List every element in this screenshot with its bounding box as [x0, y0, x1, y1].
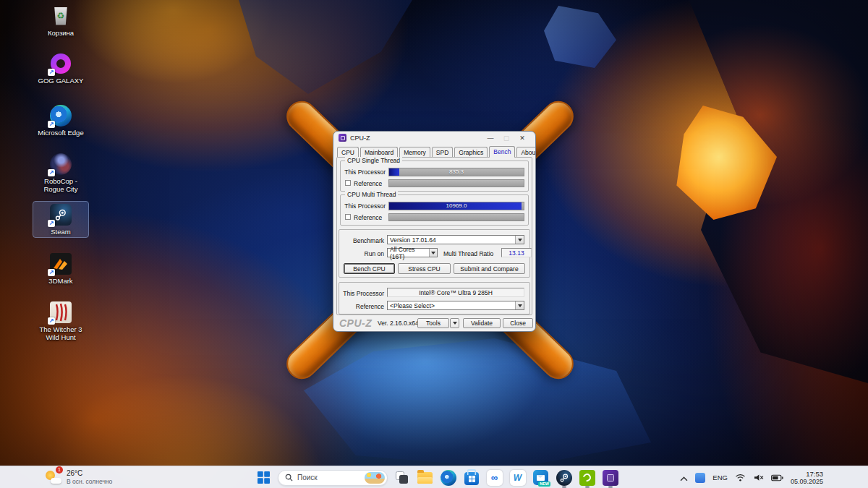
close-button[interactable]: ✕ [514, 134, 530, 142]
taskbar-steam[interactable] [555, 468, 573, 487]
single-reference-bar [388, 179, 524, 187]
tools-dropdown-arrow[interactable] [450, 318, 459, 328]
start-button[interactable] [255, 468, 273, 487]
multi-thread-score: 10969.0 [389, 202, 524, 209]
desktop-icon-gog-galaxy[interactable]: ↗ GOG GALAXY [33, 51, 88, 86]
taskbar-cpu-z[interactable] [601, 468, 619, 487]
volume-muted-icon[interactable] [753, 471, 764, 484]
shortcut-arrow-icon: ↗ [48, 269, 55, 276]
time: 17:53 [791, 470, 823, 478]
edge-icon [441, 470, 456, 486]
tab-mainboard[interactable]: Mainboard [360, 147, 398, 157]
desktop-icon-steam[interactable]: ↗ Steam [33, 202, 88, 237]
validate-button[interactable]: Validate [463, 318, 501, 328]
group-title: CPU Single Thread [345, 157, 402, 164]
this-processor-label: This Processor [341, 290, 384, 297]
taskbar-task-view[interactable] [393, 468, 411, 487]
this-processor-label: This Processor [344, 168, 386, 176]
clock[interactable]: 17:53 05.09.2025 [791, 470, 823, 486]
cpuz-app-icon [339, 134, 346, 142]
dropdown-arrow-icon[interactable] [515, 236, 524, 244]
date: 05.09.2025 [791, 478, 823, 486]
tab-memory[interactable]: Memory [399, 147, 430, 157]
tab-graphics[interactable]: Graphics [454, 147, 488, 157]
dropdown-arrow-icon[interactable] [429, 249, 437, 257]
taskbar-wallpaper-engine[interactable]: W [509, 468, 527, 487]
taskbar: 1 26°C В осн. солнечно Поиск [0, 466, 868, 488]
cpuz-window: CPU-Z — ▢ ✕ CPU Mainboard Memory SPD Gra… [333, 131, 536, 332]
run-on-label: Run on [341, 250, 384, 257]
search-highlight-image[interactable] [365, 472, 385, 484]
desktop-icon-witcher3[interactable]: ↗ The Witcher 3 Wild Hunt [33, 299, 88, 343]
nvidia-icon [579, 470, 595, 486]
desktop-icon-robocop[interactable]: ↗ RoboCop - Rogue City [33, 151, 88, 194]
benchmark-label: Benchmark [341, 237, 384, 244]
search-icon [285, 474, 293, 481]
shortcut-arrow-icon: ↗ [48, 220, 55, 227]
taskbar-meta-quest-link[interactable]: ∞ [485, 468, 503, 487]
tray-app-icon[interactable] [695, 473, 705, 483]
edge-icon: ↗ [48, 104, 73, 127]
minimize-button[interactable]: — [482, 134, 498, 142]
weather-temp: 26°C [67, 469, 112, 478]
reference-label: Reference [354, 180, 382, 187]
search-box[interactable]: Поиск [278, 470, 388, 486]
version-label: Ver. 2.16.0.x64 [378, 320, 419, 327]
submit-compare-button[interactable]: Submit and Compare [454, 263, 525, 274]
search-placeholder: Поиск [297, 474, 360, 481]
desktop-icon-label: Microsoft Edge [38, 129, 83, 137]
group-title: CPU Multi Thread [345, 191, 398, 198]
single-reference-checkbox[interactable] [345, 180, 351, 186]
wallpaper-engine-icon: W [510, 470, 526, 486]
tab-about[interactable]: About [516, 147, 536, 157]
multi-reference-checkbox[interactable] [345, 214, 351, 220]
taskbar-microsoft-store[interactable] [462, 468, 480, 487]
compare-group: This Processor Intel® Core™ Ultra 9 285H… [339, 282, 530, 314]
tab-cpu[interactable]: CPU [337, 147, 359, 157]
reference-select[interactable]: <Please Select> [387, 301, 524, 310]
multi-thread-group: CPU Multi Thread This Processor 10969.0 … [340, 194, 529, 226]
recycle-bin-icon: ♻ [48, 4, 73, 27]
desktop-icon-label: Корзина [48, 29, 74, 37]
desktop-icon-label: 3DMark [48, 277, 72, 285]
weather-condition: В осн. солнечно [67, 478, 112, 485]
processor-name-field: Intel® Core™ Ultra 9 285H [387, 288, 524, 297]
windows-logo-icon [258, 471, 270, 484]
tools-button[interactable]: Tools [417, 318, 449, 328]
reference-label: Reference [354, 214, 382, 221]
outlook-icon: NEW [533, 470, 548, 485]
single-thread-score: 835.3 [389, 168, 524, 175]
bench-cpu-button[interactable]: Bench CPU [344, 263, 395, 274]
stress-cpu-button[interactable]: Stress CPU [398, 263, 451, 274]
window-title: CPU-Z [350, 134, 370, 142]
desktop-icon-label: Steam [51, 228, 70, 236]
run-on-select[interactable]: All Cores (16T) [387, 248, 438, 257]
meta-icon: ∞ [487, 470, 503, 486]
tray-chevron-up-icon[interactable] [680, 471, 688, 484]
desktop-icon-label: GOG GALAXY [38, 77, 84, 85]
taskbar-outlook[interactable]: NEW [532, 468, 550, 487]
battery-icon[interactable] [771, 471, 783, 484]
taskbar-file-explorer[interactable] [416, 468, 434, 487]
benchmark-version-select[interactable]: Version 17.01.64 [387, 235, 524, 244]
taskbar-nvidia-app[interactable] [578, 468, 596, 487]
tab-bench[interactable]: Bench [489, 146, 515, 157]
desktop-icon-label: The Witcher 3 Wild Hunt [33, 325, 88, 341]
desktop-icon-3dmark[interactable]: ↗ 3DMark [33, 251, 88, 286]
3dmark-icon: ↗ [48, 252, 73, 275]
cpuz-logo: CPU-Z [339, 317, 372, 329]
tab-spd[interactable]: SPD [432, 147, 453, 157]
desktop-icon-microsoft-edge[interactable]: ↗ Microsoft Edge [33, 103, 88, 138]
maximize-button[interactable]: ▢ [498, 134, 514, 142]
taskbar-microsoft-edge[interactable] [439, 468, 457, 487]
title-bar[interactable]: CPU-Z — ▢ ✕ [333, 132, 535, 144]
reference-value: <Please Select> [390, 302, 435, 309]
weather-widget[interactable]: 1 26°C В осн. солнечно [45, 468, 112, 485]
dropdown-arrow-icon[interactable] [515, 301, 524, 309]
desktop-icon-recycle-bin[interactable]: ♻ Корзина [33, 3, 88, 38]
new-badge: NEW [538, 481, 550, 487]
wifi-icon[interactable] [735, 471, 746, 484]
close-window-button[interactable]: Close [503, 318, 533, 328]
ratio-value-field: 13.13 [501, 248, 532, 257]
language-indicator[interactable]: ENG [712, 474, 728, 481]
